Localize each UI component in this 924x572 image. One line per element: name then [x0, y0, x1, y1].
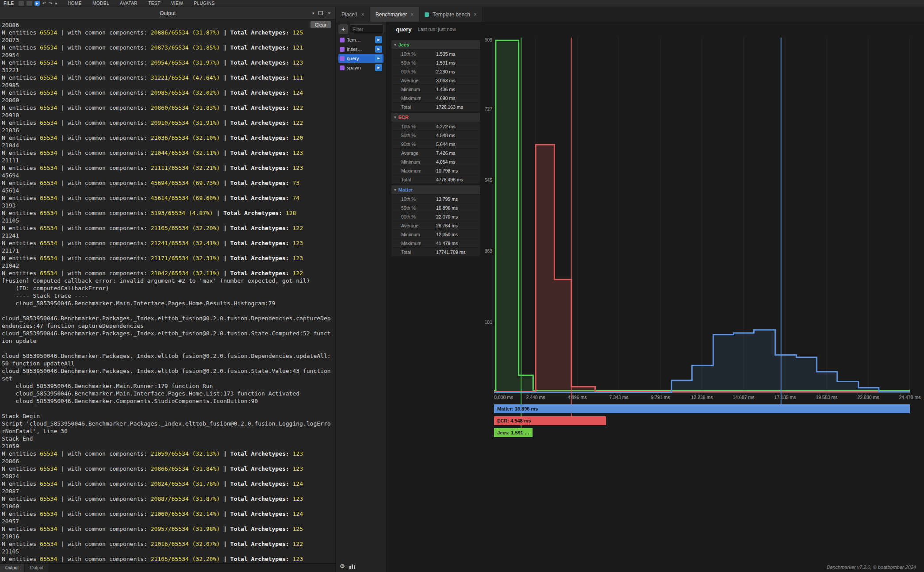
filter-input[interactable] — [350, 24, 383, 34]
stats-row-label: Maximum — [391, 168, 436, 173]
ribbon-tab-home[interactable]: HOME — [68, 1, 82, 6]
chevron-down-icon: ▾ — [394, 42, 396, 47]
console-line: 31221 — [2, 66, 334, 74]
last-run-label: Last run: just now — [418, 27, 456, 32]
output-bottom-tab[interactable]: Output — [0, 564, 24, 572]
tab-close-icon[interactable]: × — [410, 12, 414, 18]
console-line: N entities 65534 | with common component… — [2, 134, 334, 142]
settings-gear-icon[interactable]: ⚙ — [340, 563, 345, 569]
console-text: N entities — [2, 495, 40, 502]
console-line: cloud_5853950046.Benchmarker.Packages._I… — [2, 315, 334, 330]
benchmark-icon — [340, 47, 345, 52]
chevron-down-icon: ▾ — [394, 115, 396, 119]
console-text: 65534 — [40, 450, 57, 457]
benchmark-content: ▾Jecs10th %1.505 ms50th %1.591 ms90th %2… — [386, 36, 924, 572]
ribbon-tab-test[interactable]: TEST — [148, 1, 161, 6]
console-line: 20824 — [2, 472, 334, 480]
panel-dropdown-icon[interactable]: ▾ — [312, 11, 314, 15]
histogram-chart: Benchmarker v7.2.0, © boatbomber 2024 90… — [480, 36, 924, 572]
output-bottom-tab[interactable]: Output — [25, 564, 49, 572]
console-text: 65534 — [40, 180, 57, 186]
console-text: | Total Archetypes: — [223, 150, 289, 156]
output-footer-tabs: OutputOutput — [0, 563, 335, 572]
run-benchmark-button[interactable]: ▶ — [375, 46, 382, 53]
stats-group-header[interactable]: ▾Jecs — [391, 40, 480, 49]
console-text: 65534 — [40, 89, 57, 96]
benchmark-item-query[interactable]: query▶ — [338, 54, 383, 63]
console-line: cloud_5853950046.Benchmarker.Main.Interf… — [2, 390, 334, 397]
y-axis-tick-label: 727 — [480, 106, 492, 111]
console-line: N entities 65534 | with common component… — [2, 149, 334, 157]
redo-icon[interactable]: ↷ — [49, 1, 52, 6]
console: Clear 20886N entities 65534 | with commo… — [0, 19, 335, 563]
x-axis-tick-label: 2.448 ms — [526, 395, 545, 400]
benchmark-item-spawn[interactable]: spawn▶ — [338, 63, 383, 72]
undo-icon[interactable]: ↶ — [42, 1, 46, 6]
doc-tab-place1[interactable]: Place1× — [336, 7, 370, 22]
stats-row: 10th %1.505 ms — [391, 49, 480, 58]
file-menu[interactable]: FILE — [4, 1, 14, 6]
doc-tab-template-bench[interactable]: Template.bench× — [419, 7, 483, 22]
tab-close-icon[interactable]: × — [361, 12, 364, 18]
publish-icon[interactable] — [27, 1, 32, 6]
console-text: | with common components: — [57, 180, 150, 186]
console-line — [2, 307, 334, 315]
console-line: N entities 65534 | with common component… — [2, 480, 334, 488]
doc-tab-benchmarker[interactable]: Benchmarker× — [370, 7, 419, 22]
console-text: 123 — [292, 59, 303, 66]
chart-toggle-icon[interactable] — [349, 564, 356, 569]
stats-group-header[interactable]: ▾Matter — [391, 185, 480, 194]
toolbar-dropdown-icon[interactable]: ▾ — [55, 1, 57, 6]
console-text: N entities — [2, 29, 40, 36]
console-text: 65534 — [40, 465, 57, 472]
console-text — [220, 74, 223, 81]
legend-matter: Matter: 16.896 ms — [494, 404, 910, 413]
play-icon[interactable]: ▶ — [35, 1, 40, 6]
console-text: 123 — [292, 255, 303, 261]
stats-group-header[interactable]: ▾ECR — [391, 113, 480, 122]
console-line: 21059 — [2, 442, 334, 450]
benchmark-item-inser[interactable]: inser…▶ — [338, 45, 383, 54]
tab-label: Place1 — [341, 12, 358, 18]
console-text: N entities — [2, 541, 40, 547]
close-icon[interactable]: × — [327, 11, 331, 15]
console-text: 21042/65534 (32.11%) — [151, 270, 220, 276]
tab-close-icon[interactable]: × — [474, 12, 477, 18]
run-benchmark-button[interactable]: ▶ — [375, 64, 382, 71]
ribbon-tab-model[interactable]: MODEL — [92, 1, 109, 6]
console-line: 21171 — [2, 247, 334, 254]
benchmarker-body: + Tem…▶inser…▶query▶spawn▶ ⚙ — [336, 22, 924, 572]
console-text: | Total Archetypes: — [223, 480, 289, 487]
console-text: N entities — [2, 255, 40, 261]
console-text: 45694/65534 (69.73%) — [151, 180, 220, 186]
sidebar-footer: ⚙ — [338, 563, 383, 569]
console-text: | Total Archetypes: — [223, 270, 289, 276]
benchmark-item-tem[interactable]: Tem…▶ — [338, 35, 383, 44]
console-text: 20887/65534 (31.87%) — [151, 495, 220, 502]
console-line: 20887 — [2, 488, 334, 495]
ribbon-tab-avatar[interactable]: AVATAR — [120, 1, 138, 6]
ribbon-tab-plugins[interactable]: PLUGINS — [194, 1, 215, 6]
console-line: 45694 — [2, 172, 334, 179]
console-text: | Total Archetypes: — [223, 465, 289, 472]
save-icon[interactable] — [19, 1, 24, 6]
run-benchmark-button[interactable]: ▶ — [375, 55, 382, 62]
stats-row: Minimum4.054 ms — [391, 157, 480, 166]
benchmark-item-label: Tem… — [347, 37, 373, 42]
stats-row: 10th %4.272 ms — [391, 122, 480, 131]
output-panel-controls: ▾ × — [312, 11, 335, 15]
clear-button[interactable]: Clear — [311, 21, 331, 28]
run-benchmark-button[interactable]: ▶ — [375, 36, 382, 43]
stats-row-label: 50th % — [391, 205, 436, 211]
console-text: N entities — [2, 270, 40, 276]
add-benchmark-button[interactable]: + — [338, 24, 348, 34]
histogram-svg — [494, 38, 910, 436]
console-text: N entities — [2, 465, 40, 472]
console-text: | Total Archetypes: — [223, 44, 289, 51]
stats-row-value: 4778.496 ms — [436, 177, 463, 182]
stats-row-value: 3.063 ms — [436, 78, 455, 83]
float-window-icon[interactable] — [318, 11, 323, 15]
ribbon-tab-view[interactable]: VIEW — [171, 1, 184, 6]
stats-row: Maximum10.798 ms — [391, 166, 480, 175]
chevron-down-icon: ▾ — [394, 188, 396, 192]
